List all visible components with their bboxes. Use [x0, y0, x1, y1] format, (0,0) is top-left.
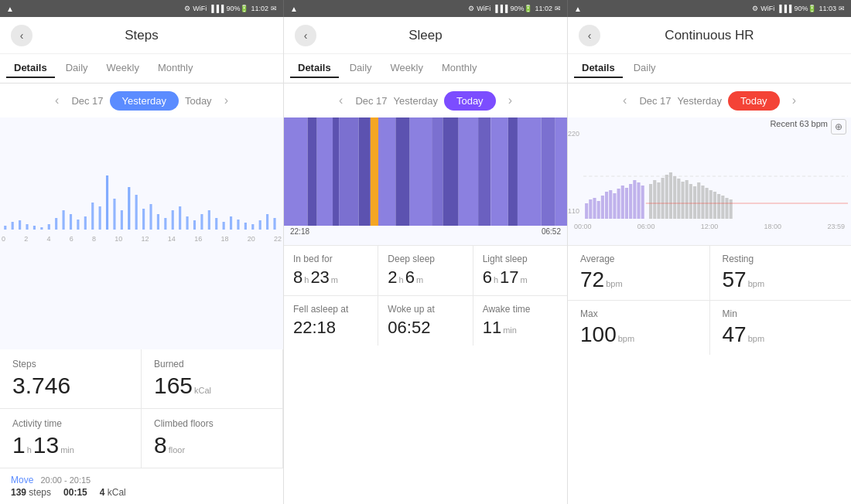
sleep-date-nav: ‹ Dec 17 Yesterday Today ›: [284, 83, 567, 117]
svg-rect-38: [284, 117, 308, 226]
svg-rect-68: [625, 188, 628, 219]
tab-hr-daily[interactable]: Daily: [626, 59, 664, 78]
svg-rect-63: [605, 192, 608, 219]
svg-rect-10: [77, 220, 79, 230]
fell-asleep-cell: Fell asleep at 22:18: [284, 296, 378, 346]
svg-rect-84: [693, 186, 696, 219]
fell-asleep-value: 22:18: [293, 318, 368, 338]
status-icons-3: ⚙ WiFi ▐▐▐ 90%🔋 11:03 ✉: [752, 5, 845, 12]
sleep-next-arrow[interactable]: ›: [502, 90, 518, 111]
svg-rect-55: [541, 117, 555, 226]
svg-rect-61: [597, 201, 600, 219]
status-bar-1: ▲ ⚙ WiFi ▐▐▐ 90%🔋 11:02 ✉: [0, 0, 284, 17]
in-bed-label: In bed for: [293, 254, 368, 264]
hr-zoom-button[interactable]: ⊕: [831, 119, 846, 135]
hr-max-unit: bpm: [618, 334, 634, 343]
tab-sleep-daily[interactable]: Daily: [342, 59, 380, 78]
hr-bar-chart: [583, 130, 848, 223]
tab-steps-daily[interactable]: Daily: [58, 59, 96, 78]
sleep-back-button[interactable]: ‹: [295, 25, 316, 46]
in-bed-minutes: 23: [310, 267, 329, 288]
tab-sleep-details[interactable]: Details: [290, 59, 339, 78]
svg-rect-14: [106, 175, 108, 230]
hr-resting-number: 57: [723, 267, 747, 292]
steps-prev-arrow[interactable]: ‹: [49, 90, 65, 111]
svg-rect-58: [585, 203, 588, 219]
sleep-date: Dec 17: [355, 95, 387, 107]
svg-rect-67: [621, 186, 624, 219]
svg-rect-64: [609, 190, 612, 219]
svg-rect-91: [721, 196, 724, 219]
status-bars: ▲ ⚙ WiFi ▐▐▐ 90%🔋 11:02 ✉ ▲ ⚙ WiFi ▐▐▐ 9…: [0, 0, 851, 17]
sleep-prev-arrow[interactable]: ‹: [333, 90, 349, 111]
move-time: 20:00 - 20:15: [40, 475, 91, 485]
steps-date-nav: ‹ Dec 17 Yesterday Today ›: [0, 83, 283, 117]
tab-sleep-monthly[interactable]: Monthly: [434, 59, 485, 78]
svg-rect-89: [713, 192, 716, 219]
svg-rect-35: [259, 220, 261, 230]
steps-date-pill[interactable]: Yesterday: [110, 91, 179, 111]
hr-next-arrow[interactable]: ›: [786, 90, 802, 111]
steps-number: 3.746: [12, 373, 70, 399]
hr-stats-top: Average 72 bpm Resting 57 bpm: [568, 245, 851, 300]
hr-x-0: 00:00: [574, 223, 592, 230]
woke-up-cell: Woke up at 06:52: [378, 296, 473, 346]
svg-rect-12: [91, 203, 94, 230]
hr-recent-bpm: Recent 63 bpm: [770, 119, 828, 128]
steps-header: ‹ Steps: [0, 17, 283, 54]
svg-rect-72: [641, 186, 644, 219]
steps-next-arrow[interactable]: ›: [218, 90, 234, 111]
svg-rect-16: [121, 210, 123, 230]
move-steps-value: 139: [11, 487, 26, 498]
sleep-stats-top: In bed for 8 h 23 m Deep sleep 2 h 6 m L: [284, 245, 567, 295]
in-bed-hours: 8: [293, 267, 302, 288]
tab-sleep-weekly[interactable]: Weekly: [383, 59, 431, 78]
awake-time-cell: Awake time 11 min: [473, 296, 567, 346]
tab-steps-monthly[interactable]: Monthly: [150, 59, 201, 78]
steps-bar-chart: [0, 117, 283, 233]
tab-steps-weekly[interactable]: Weekly: [99, 59, 147, 78]
sleep-date-pill[interactable]: Today: [444, 91, 496, 111]
hr-resting-unit: bpm: [748, 279, 764, 288]
hr-x-2: 12:00: [701, 223, 719, 230]
hr-average-label: Average: [580, 254, 697, 264]
hr-back-button[interactable]: ‹: [579, 25, 600, 46]
svg-rect-26: [193, 220, 196, 230]
time-1: 11:02: [251, 5, 268, 12]
svg-rect-90: [717, 194, 720, 219]
time-2: 11:02: [535, 5, 552, 12]
svg-rect-28: [208, 210, 210, 230]
svg-rect-60: [593, 198, 596, 219]
status-bar-2: ▲ ⚙ WiFi ▐▐▐ 90%🔋 11:02 ✉: [284, 0, 568, 17]
hr-yesterday: Yesterday: [678, 95, 722, 107]
hr-x-4: 23:59: [827, 223, 845, 230]
sleep-chart: [284, 117, 567, 226]
burned-number: 165: [154, 373, 193, 399]
hr-date-pill[interactable]: Today: [728, 91, 780, 111]
svg-rect-6: [48, 224, 50, 230]
svg-rect-46: [395, 117, 409, 226]
svg-rect-30: [223, 222, 225, 230]
svg-rect-5: [40, 227, 43, 230]
tab-hr-details[interactable]: Details: [574, 59, 623, 78]
sleep-end-time: 06:52: [542, 227, 561, 236]
fell-asleep-label: Fell asleep at: [293, 304, 368, 315]
hr-min-unit: bpm: [748, 334, 764, 343]
steps-today-label: Today: [185, 95, 212, 107]
hr-average-cell: Average 72 bpm: [568, 246, 710, 300]
status-icon-2: ▲: [290, 5, 298, 13]
sleep-tabs: Details Daily Weekly Monthly: [284, 54, 567, 83]
svg-rect-33: [244, 223, 247, 230]
svg-rect-27: [200, 214, 203, 230]
steps-stats-bottom: Activity time 1 h 13 min Climbed floors …: [0, 408, 283, 468]
status-icons-1: ⚙ WiFi ▐▐▐ 90%🔋 11:02 ✉: [184, 5, 277, 12]
hr-prev-arrow[interactable]: ‹: [617, 90, 633, 111]
svg-rect-34: [251, 224, 254, 230]
woke-up-value: 06:52: [388, 318, 463, 338]
svg-rect-15: [113, 199, 115, 230]
woke-up-label: Woke up at: [388, 304, 463, 315]
tab-steps-details[interactable]: Details: [6, 59, 55, 78]
sleep-header: ‹ Sleep: [284, 17, 567, 54]
steps-back-button[interactable]: ‹: [11, 25, 32, 46]
steps-count-cell: Steps 3.746: [0, 349, 142, 408]
